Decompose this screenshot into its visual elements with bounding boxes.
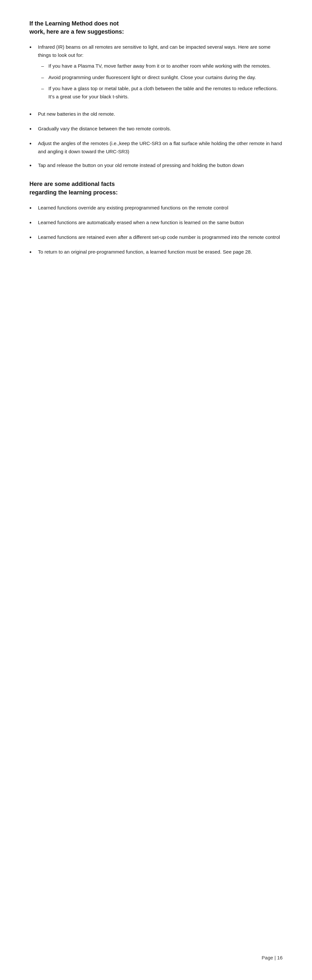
bullet-icon: •: [29, 125, 37, 134]
list-item-text: Learned functions override any existing …: [38, 205, 228, 210]
list-item: • Learned functions are automatically er…: [29, 219, 283, 228]
heading-1: If the Learning Method does not work, he…: [29, 20, 283, 36]
sub-list-item: – Avoid programming under fluorescent li…: [41, 73, 283, 82]
list-item-text: Put new batteries in the old remote.: [38, 111, 115, 117]
dash-icon: –: [41, 62, 47, 70]
list-item: • Learned functions are retained even af…: [29, 233, 283, 242]
list-item-text: Infrared (IR) beams on all remotes are s…: [38, 44, 270, 58]
bullet-icon: •: [29, 43, 37, 52]
bullet-icon: •: [29, 140, 37, 148]
bullet-icon: •: [29, 248, 37, 257]
list-item-text: Tap and release the button on your old r…: [38, 162, 244, 168]
page-number: Page | 16: [262, 955, 283, 960]
list-item-text: To return to an original pre-programmed …: [38, 249, 252, 255]
sub-item-text: If you have a Plasma TV, move farther aw…: [48, 62, 283, 70]
list-item: • Gradually vary the distance between th…: [29, 125, 283, 134]
list-item: • Put new batteries in the old remote.: [29, 110, 283, 119]
list-item: • Infrared (IR) beams on all remotes are…: [29, 43, 283, 104]
sub-item-text: If you have a glass top or metal table, …: [48, 84, 283, 101]
bullet-icon: •: [29, 233, 37, 242]
bullet-icon: •: [29, 204, 37, 213]
list-item-text: Gradually vary the distance between the …: [38, 126, 171, 131]
sub-list: – If you have a Plasma TV, move farther …: [41, 62, 283, 101]
list-item-text: Learned functions are automatically eras…: [38, 220, 244, 225]
dash-icon: –: [41, 84, 47, 93]
list-item-text: Adjust the angles of the remotes (i.e.,k…: [38, 140, 282, 154]
bullet-icon: •: [29, 110, 37, 119]
list-item: • Adjust the angles of the remotes (i.e.…: [29, 140, 283, 156]
suggestions-list: • Infrared (IR) beams on all remotes are…: [29, 43, 283, 170]
list-item: • Tap and release the button on your old…: [29, 161, 283, 170]
sub-list-item: – If you have a Plasma TV, move farther …: [41, 62, 283, 70]
facts-list: • Learned functions override any existin…: [29, 204, 283, 257]
sub-item-text: Avoid programming under fluorescent ligh…: [48, 73, 283, 82]
bullet-icon: •: [29, 219, 37, 228]
dash-icon: –: [41, 73, 47, 82]
list-item: • Learned functions override any existin…: [29, 204, 283, 213]
list-item-text: Learned functions are retained even afte…: [38, 234, 280, 240]
bullet-icon: •: [29, 161, 37, 170]
list-item: • To return to an original pre-programme…: [29, 248, 283, 257]
sub-list-item: – If you have a glass top or metal table…: [41, 84, 283, 101]
heading-2: Here are some additional facts regarding…: [29, 180, 283, 196]
